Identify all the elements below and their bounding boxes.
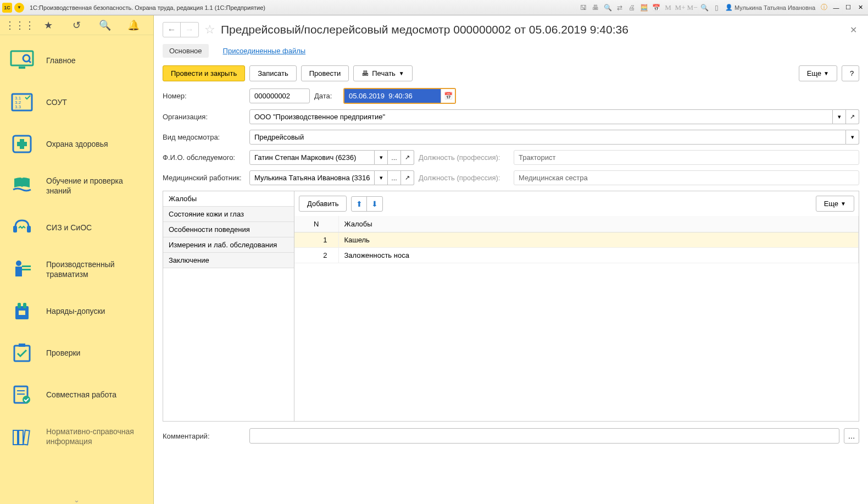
move-up-button[interactable]: ⬆ (352, 197, 367, 211)
monitor-icon (9, 47, 35, 74)
save-icon[interactable]: 🖫 (578, 3, 589, 13)
category-skin-eyes[interactable]: Состояние кожи и глаз (163, 207, 294, 222)
panels-icon[interactable]: ▯ (711, 3, 722, 13)
print-button[interactable]: 🖶 Печать ▼ (353, 65, 413, 81)
patient-input[interactable] (249, 150, 375, 165)
maximize-button[interactable]: ☐ (843, 3, 854, 12)
table-more-button[interactable]: Еще ▼ (816, 196, 854, 212)
calendar-icon[interactable]: 📅 (650, 3, 661, 13)
cell-text: Кашель (338, 232, 859, 248)
info-icon[interactable]: ⓘ (819, 3, 830, 13)
select-button[interactable]: … (388, 150, 401, 165)
sidebar-item-sout[interactable]: 3.13.23.3 СОУТ (0, 81, 153, 123)
history-icon[interactable]: ↺ (70, 19, 83, 32)
sidebar-item-injury[interactable]: Производственный травматизм (0, 248, 153, 290)
sidebar-item-training[interactable]: Обучение и проверка знаний (0, 165, 153, 207)
calendar-picker-button[interactable]: 📅 (441, 89, 455, 103)
list-check-icon: 3.13.23.3 (9, 89, 35, 115)
books-icon (9, 423, 35, 450)
sidebar-label: Проверки (46, 348, 80, 358)
sidebar-item-siz[interactable]: СИЗ и СиОС (0, 207, 153, 248)
app-title: 1С:Производственная безопасность. Охрана… (30, 4, 265, 11)
sidebar-item-health[interactable]: Охрана здоровья (0, 123, 153, 165)
sidebar-item-permits[interactable]: Наряды-допуски (0, 290, 153, 332)
sidebar-item-checks[interactable]: Проверки (0, 332, 153, 374)
open-button[interactable]: ↗ (401, 170, 414, 185)
svg-rect-3 (19, 67, 25, 69)
m-icon[interactable]: M (663, 3, 674, 13)
category-behavior[interactable]: Особенности поведения (163, 222, 294, 237)
nav-forward-button[interactable]: → (181, 23, 198, 37)
save-button[interactable]: Записать (249, 65, 297, 81)
add-row-button[interactable]: Добавить (299, 196, 347, 212)
favorites-icon[interactable]: ★ (42, 19, 55, 32)
close-document-button[interactable]: ✕ (848, 25, 859, 35)
col-n[interactable]: N (294, 216, 338, 232)
svg-point-13 (16, 261, 21, 266)
number-input[interactable] (249, 88, 310, 103)
chevron-down-icon: ▼ (841, 201, 846, 207)
svg-line-2 (29, 60, 31, 63)
nav-buttons: ← → (163, 22, 199, 37)
apps-icon[interactable]: ⋮⋮⋮ (13, 19, 26, 32)
more-button[interactable]: Еще ▼ (799, 65, 837, 81)
col-complaint[interactable]: Жалобы (338, 216, 859, 232)
injury-icon (9, 256, 35, 283)
select-button[interactable]: … (388, 170, 401, 185)
printer2-icon[interactable]: 🖨 (626, 3, 637, 13)
open-button[interactable]: ↗ (401, 150, 414, 165)
calculator-icon[interactable]: 🧮 (638, 3, 649, 13)
more-label: Еще (807, 69, 821, 77)
comment-expand-button[interactable]: … (844, 428, 859, 444)
sidebar-item-main[interactable]: Главное (0, 40, 153, 81)
comment-input[interactable] (249, 428, 839, 444)
svg-point-26 (23, 396, 30, 403)
complaints-table: N Жалобы 1 Кашель 2 Заложенность н (294, 216, 859, 263)
dropdown-button[interactable]: ▾ (375, 170, 388, 185)
zoom-icon[interactable]: 🔍 (699, 3, 710, 13)
org-input[interactable] (249, 109, 833, 124)
notifications-icon[interactable]: 🔔 (127, 19, 140, 32)
sidebar-label: Производственный травматизм (46, 259, 144, 279)
sidebar-label: Обучение и проверка знаний (46, 176, 144, 196)
sidebar-item-reference[interactable]: Нормативно-справочная информация (0, 416, 153, 457)
category-measurements[interactable]: Измерения и лаб. обследования (163, 237, 294, 253)
preview-icon[interactable]: 🔍 (602, 3, 613, 13)
table-row[interactable]: 1 Кашель (294, 232, 859, 248)
dropdown-button[interactable]: ▾ (375, 150, 388, 165)
print-icon[interactable]: 🖶 (590, 3, 601, 13)
open-button[interactable]: ↗ (846, 109, 859, 124)
post-button[interactable]: Провести (301, 65, 349, 81)
svg-text:3.3: 3.3 (15, 104, 21, 109)
user-icon: 👤 (725, 4, 733, 11)
m-minus-icon[interactable]: M− (687, 3, 698, 13)
category-complaints[interactable]: Жалобы (163, 191, 294, 207)
compare-icon[interactable]: ⇄ (614, 3, 625, 13)
dropdown-button[interactable]: ▾ (846, 130, 859, 145)
user-name: Мулькина Татьяна Ивановна (735, 4, 815, 11)
dropdown-button[interactable]: ▾ (833, 109, 846, 124)
chevron-down-icon: ▼ (399, 70, 404, 76)
help-button[interactable]: ? (842, 65, 859, 81)
favorite-star-icon[interactable]: ☆ (204, 23, 215, 37)
table-row[interactable]: 2 Заложенность носа (294, 248, 859, 263)
user-indicator[interactable]: 👤 Мулькина Татьяна Ивановна (723, 4, 817, 11)
medic-input[interactable] (249, 170, 375, 185)
nav-back-button[interactable]: ← (163, 23, 181, 37)
post-and-close-button[interactable]: Провести и закрыть (163, 65, 245, 81)
tab-files[interactable]: Присоединенные файлы (216, 44, 313, 58)
app-menu-dropdown[interactable]: ▼ (14, 3, 24, 13)
category-conclusion[interactable]: Заключение (163, 253, 294, 268)
svg-rect-29 (23, 430, 30, 445)
sidebar-expand-toggle[interactable]: ⌄ (0, 495, 153, 504)
m-plus-icon[interactable]: M+ (675, 3, 686, 13)
date-input[interactable] (344, 89, 441, 103)
minimize-button[interactable]: — (831, 3, 842, 12)
search-icon[interactable]: 🔍 (98, 19, 112, 32)
close-button[interactable]: ✕ (855, 3, 866, 12)
tab-main[interactable]: Основное (163, 44, 209, 58)
type-input[interactable] (249, 130, 846, 145)
sidebar-item-collab[interactable]: Совместная работа (0, 374, 153, 416)
sidebar-label: Нормативно-справочная информация (46, 427, 144, 446)
move-down-button[interactable]: ⬇ (367, 197, 382, 211)
